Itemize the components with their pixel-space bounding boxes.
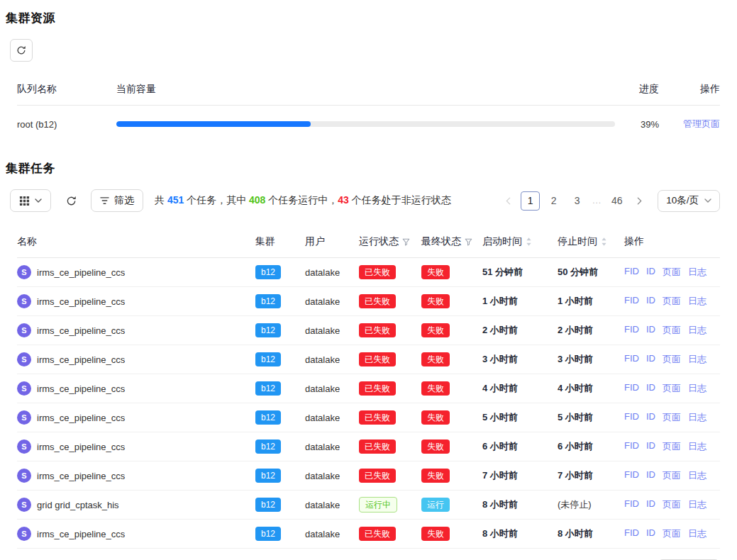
row-action-id-link[interactable]: ID — [646, 527, 655, 540]
refresh-icon — [66, 196, 77, 206]
final-status-badge: 失败 — [421, 352, 450, 366]
final-status-badge: 失败 — [421, 294, 450, 308]
resources-section-title: 集群资源 — [6, 10, 720, 26]
row-action-page-link[interactable]: 页面 — [663, 324, 681, 337]
pagination-page-46[interactable]: 46 — [607, 191, 626, 211]
final-status-badge: 运行 — [421, 498, 450, 512]
row-action-id-link[interactable]: ID — [646, 411, 655, 424]
pagination-next-button[interactable] — [631, 191, 648, 210]
row-action-fid-link[interactable]: FID — [624, 266, 639, 279]
row-action-page-link[interactable]: 页面 — [663, 353, 681, 366]
task-name: irms_ce_pipeline_ccs — [37, 354, 125, 365]
start-time: 4 小时前 — [482, 382, 558, 395]
tasks-refresh-button[interactable] — [60, 189, 82, 212]
sort-icon[interactable] — [601, 237, 607, 247]
col-header-cluster: 集群 — [255, 235, 305, 248]
row-action-log-link[interactable]: 日志 — [688, 440, 706, 453]
col-header-label: 操作 — [624, 235, 644, 248]
col-header-action: 操作 — [624, 235, 720, 248]
cluster-badge: b12 — [255, 265, 281, 279]
tasks-section-title: 集群任务 — [6, 160, 720, 177]
row-action-log-link[interactable]: 日志 — [688, 295, 706, 308]
row-action-page-link[interactable]: 页面 — [663, 498, 681, 511]
pagination-page-3[interactable]: 3 — [567, 191, 587, 211]
row-action-fid-link[interactable]: FID — [624, 440, 639, 453]
resources-refresh-button[interactable] — [10, 39, 33, 62]
filter-funnel-icon[interactable] — [465, 238, 472, 246]
row-action-page-link[interactable]: 页面 — [663, 440, 681, 453]
row-action-fid-link[interactable]: FID — [624, 498, 639, 511]
start-time: 7 小时前 — [482, 469, 558, 482]
row-action-id-link[interactable]: ID — [646, 469, 655, 482]
row-action-id-link[interactable]: ID — [646, 324, 655, 337]
row-action-id-link[interactable]: ID — [646, 353, 655, 366]
task-name: grid grid_cptask_his — [37, 500, 119, 510]
task-name: irms_ce_pipeline_ccs — [37, 267, 125, 278]
user-label: datalake — [305, 529, 359, 539]
stop-time: 8 小时前 — [558, 527, 624, 540]
chevron-down-icon — [35, 198, 42, 203]
row-action-log-link[interactable]: 日志 — [688, 353, 706, 366]
col-header-progress: 进度 — [626, 83, 659, 96]
row-action-id-link[interactable]: ID — [646, 266, 655, 279]
user-label: datalake — [305, 354, 359, 365]
stop-time: 7 小时前 — [558, 469, 624, 482]
row-actions: FIDID页面日志 — [624, 353, 720, 366]
stop-time: (未停止) — [558, 498, 624, 511]
pagination-page-2[interactable]: 2 — [544, 191, 563, 211]
row-action-page-link[interactable]: 页面 — [663, 266, 681, 279]
spark-avatar: S — [17, 527, 31, 541]
col-header-label: 运行状态 — [359, 235, 399, 248]
summary-count-red: 43 — [338, 194, 349, 206]
resource-row: root (b12) 39% 管理页面 — [17, 106, 720, 142]
row-action-log-link[interactable]: 日志 — [688, 498, 706, 511]
task-name: irms_ce_pipeline_ccs — [37, 529, 125, 539]
task-name: irms_ce_pipeline_ccs — [37, 471, 125, 481]
row-action-log-link[interactable]: 日志 — [688, 469, 706, 482]
row-action-page-link[interactable]: 页面 — [663, 382, 681, 395]
row-actions: FIDID页面日志 — [624, 324, 720, 337]
task-table-body: S irms_ce_pipeline_ccs b12 datalake 已失败 … — [17, 258, 720, 549]
row-action-page-link[interactable]: 页面 — [663, 411, 681, 424]
row-action-log-link[interactable]: 日志 — [688, 527, 706, 540]
row-action-fid-link[interactable]: FID — [624, 324, 639, 337]
row-action-page-link[interactable]: 页面 — [663, 295, 681, 308]
user-label: datalake — [305, 413, 359, 423]
page-size-select[interactable]: 10条/页 — [658, 190, 720, 212]
stop-time: 2 小时前 — [558, 324, 624, 337]
task-row: S irms_ce_pipeline_ccs b12 datalake 已失败 … — [17, 287, 720, 316]
task-summary: 共 451 个任务，其中 408 个任务运行中，43 个任务处于非运行状态 — [155, 194, 451, 207]
row-action-id-link[interactable]: ID — [646, 498, 655, 511]
user-label: datalake — [305, 267, 359, 278]
row-action-fid-link[interactable]: FID — [624, 469, 639, 482]
pagination-page-1[interactable]: 1 — [521, 191, 540, 211]
row-action-fid-link[interactable]: FID — [624, 411, 639, 424]
chevron-down-icon — [704, 198, 711, 203]
manage-page-link[interactable]: 管理页面 — [683, 118, 720, 129]
row-action-log-link[interactable]: 日志 — [688, 324, 706, 337]
tasks-table: 名称 集群 用户 运行状态 最终状态 启动时间 — [17, 228, 720, 549]
columns-dropdown-button[interactable] — [10, 189, 51, 212]
filter-button[interactable]: 筛选 — [91, 189, 143, 212]
pagination-prev-button[interactable] — [499, 191, 516, 210]
row-action-log-link[interactable]: 日志 — [688, 266, 706, 279]
row-action-fid-link[interactable]: FID — [624, 382, 639, 395]
row-action-id-link[interactable]: ID — [646, 382, 655, 395]
task-row: S irms_ce_pipeline_ccs b12 datalake 已失败 … — [17, 461, 720, 491]
row-action-log-link[interactable]: 日志 — [688, 411, 706, 424]
row-action-fid-link[interactable]: FID — [624, 295, 639, 308]
row-action-log-link[interactable]: 日志 — [688, 382, 706, 395]
filter-funnel-icon[interactable] — [402, 238, 410, 246]
col-header-start-time: 启动时间 — [482, 235, 558, 248]
row-action-fid-link[interactable]: FID — [624, 527, 639, 540]
col-header-final-status: 最终状态 — [421, 235, 482, 248]
row-action-id-link[interactable]: ID — [646, 295, 655, 308]
sort-icon[interactable] — [526, 237, 532, 247]
row-action-fid-link[interactable]: FID — [624, 353, 639, 366]
spark-avatar: S — [17, 410, 31, 425]
row-action-page-link[interactable]: 页面 — [663, 469, 681, 482]
row-actions: FIDID页面日志 — [624, 440, 720, 453]
row-action-id-link[interactable]: ID — [646, 440, 655, 453]
col-header-label: 名称 — [17, 235, 37, 248]
row-action-page-link[interactable]: 页面 — [663, 527, 681, 540]
